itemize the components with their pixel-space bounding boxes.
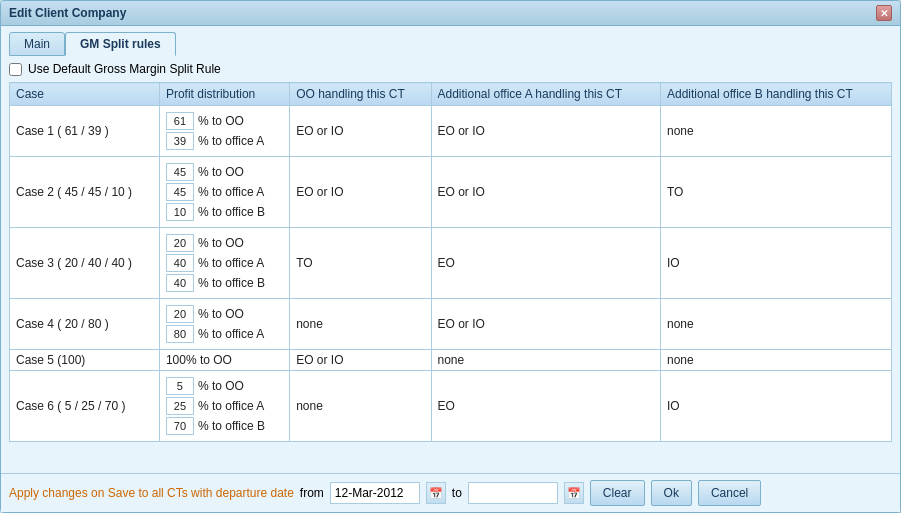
office-b-cell: IO [660,371,891,442]
office-a-cell: EO [431,228,660,299]
from-date-input[interactable] [330,482,420,504]
percent-input[interactable] [166,163,194,181]
case-name-cell: Case 3 ( 20 / 40 / 40 ) [10,228,160,299]
to-calendar-button[interactable]: 📅 [564,482,584,504]
percent-label: % to OO [198,165,244,179]
percent-input[interactable] [166,183,194,201]
percent-label: % to office A [198,185,265,199]
percent-input[interactable] [166,305,194,323]
percent-input[interactable] [166,112,194,130]
percent-label: % to office B [198,419,265,433]
office-b-cell: IO [660,228,891,299]
table-row: Case 3 ( 20 / 40 / 40 )% to OO% to offic… [10,228,892,299]
profit-row: % to OO [166,234,283,252]
gm-split-table: Case Profit distribution OO handling thi… [9,82,892,442]
table-row: Case 6 ( 5 / 25 / 70 )% to OO% to office… [10,371,892,442]
table-row: Case 1 ( 61 / 39 )% to OO% to office AEO… [10,106,892,157]
table-row: Case 4 ( 20 / 80 )% to OO% to office Ano… [10,299,892,350]
percent-input[interactable] [166,203,194,221]
close-button[interactable]: ✕ [876,5,892,21]
oo-cell: EO or IO [290,157,431,228]
cancel-button[interactable]: Cancel [698,480,761,506]
profit-row: % to OO [166,305,283,323]
profit-row: % to office A [166,183,283,201]
col-header-office-b: Additional office B handling this CT [660,83,891,106]
office-a-cell: EO [431,371,660,442]
profit-row: % to office A [166,254,283,272]
profit-row: % to office A [166,325,283,343]
percent-input[interactable] [166,254,194,272]
col-header-case: Case [10,83,160,106]
oo-cell: none [290,371,431,442]
footer: Apply changes on Save to all CTs with de… [1,473,900,512]
profit-row: % to office B [166,417,283,435]
percent-input[interactable] [166,132,194,150]
profit-row: % to office A [166,132,283,150]
profit-dist-cell: % to OO% to office A [159,106,289,157]
tab-bar: Main GM Split rules [9,32,892,56]
ok-button[interactable]: Ok [651,480,692,506]
case-name-cell: Case 2 ( 45 / 45 / 10 ) [10,157,160,228]
percent-input[interactable] [166,397,194,415]
percent-label: % to office A [198,399,265,413]
to-label: to [452,486,462,500]
table-row: Case 5 (100)100% to OOEO or IOnonenone [10,350,892,371]
profit-row: % to OO [166,377,283,395]
percent-input[interactable] [166,274,194,292]
to-date-input[interactable] [468,482,558,504]
percent-label: % to office B [198,205,265,219]
case-name-cell: Case 4 ( 20 / 80 ) [10,299,160,350]
office-b-cell: none [660,299,891,350]
percent-input[interactable] [166,377,194,395]
col-header-profit: Profit distribution [159,83,289,106]
window-title: Edit Client Company [9,6,126,20]
office-b-cell: TO [660,157,891,228]
percent-input[interactable] [166,325,194,343]
case-name-cell: Case 1 ( 61 / 39 ) [10,106,160,157]
from-calendar-button[interactable]: 📅 [426,482,446,504]
percent-input[interactable] [166,417,194,435]
profit-row: % to office B [166,203,283,221]
footer-text: Apply changes on Save to all CTs with de… [9,486,294,500]
office-b-cell: none [660,350,891,371]
percent-label: % to OO [198,236,244,250]
profit-dist-cell: % to OO% to office A [159,299,289,350]
case-name-cell: Case 6 ( 5 / 25 / 70 ) [10,371,160,442]
percent-label: % to OO [198,379,244,393]
profit-dist-cell: % to OO% to office A% to office B [159,157,289,228]
office-a-cell: EO or IO [431,106,660,157]
profit-row: % to office B [166,274,283,292]
profit-dist-cell: % to OO% to office A% to office B [159,228,289,299]
oo-cell: EO or IO [290,350,431,371]
clear-button[interactable]: Clear [590,480,645,506]
oo-cell: none [290,299,431,350]
office-a-cell: EO or IO [431,157,660,228]
profit-row: % to office A [166,397,283,415]
percent-label: % to office A [198,327,265,341]
tab-main[interactable]: Main [9,32,65,56]
profit-dist-cell: 100% to OO [159,350,289,371]
window: Edit Client Company ✕ Main GM Split rule… [0,0,901,513]
tab-gm-split[interactable]: GM Split rules [65,32,176,56]
percent-label: % to OO [198,307,244,321]
col-header-oo: OO handling this CT [290,83,431,106]
percent-input[interactable] [166,234,194,252]
use-default-checkbox[interactable] [9,63,22,76]
profit-dist-cell: % to OO% to office A% to office B [159,371,289,442]
default-rule-row: Use Default Gross Margin Split Rule [9,62,892,76]
case-name-cell: Case 5 (100) [10,350,160,371]
profit-row: % to OO [166,163,283,181]
office-a-cell: none [431,350,660,371]
percent-label: % to OO [198,114,244,128]
content-area: Main GM Split rules Use Default Gross Ma… [1,26,900,473]
oo-cell: TO [290,228,431,299]
percent-label: % to office A [198,256,265,270]
table-row: Case 2 ( 45 / 45 / 10 )% to OO% to offic… [10,157,892,228]
percent-label: % to office A [198,134,265,148]
office-b-cell: none [660,106,891,157]
oo-cell: EO or IO [290,106,431,157]
col-header-office-a: Additional office A handling this CT [431,83,660,106]
office-a-cell: EO or IO [431,299,660,350]
title-bar: Edit Client Company ✕ [1,1,900,26]
percent-label: % to office B [198,276,265,290]
